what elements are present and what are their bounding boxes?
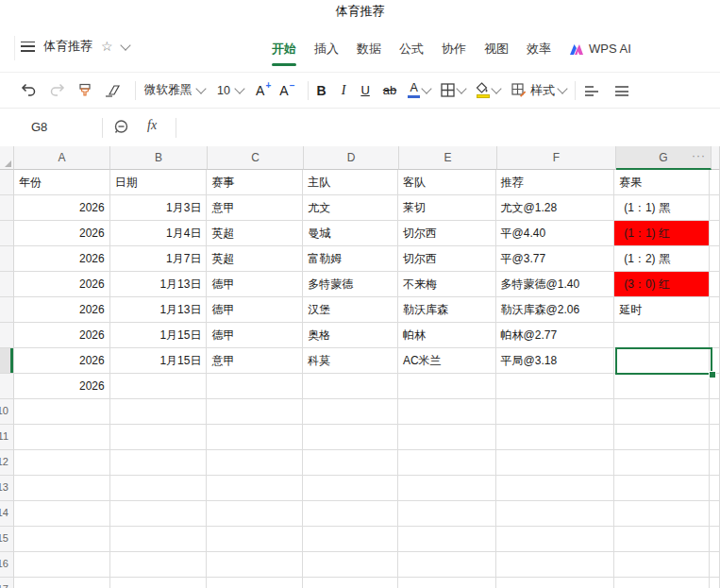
cell-C13[interactable] [207,476,303,501]
cell-C2[interactable]: 意甲 [207,195,303,221]
cell-B14[interactable] [110,501,208,527]
cell-E13[interactable] [398,476,496,501]
cell-B7[interactable]: 1月15日 [110,323,208,348]
cell-F6[interactable]: 勒沃库森@2.06 [496,297,615,323]
cell-E11[interactable] [398,425,496,450]
cell-E5[interactable]: 不来梅 [398,272,496,297]
cell-A9[interactable]: 2026 [14,374,110,399]
cell-partial-15[interactable] [710,527,720,552]
column-header-E[interactable]: E [399,146,497,170]
select-all-corner[interactable] [0,146,14,170]
cell-B1[interactable]: 日期 [110,170,208,195]
cell-E12[interactable] [398,450,496,476]
cell-B17[interactable] [110,578,208,588]
cell-F7[interactable]: 帕林@2.77 [496,323,615,348]
cell-partial-4[interactable] [710,246,720,272]
cell-partial-8[interactable] [710,348,720,374]
cell-D13[interactable] [303,476,398,501]
font-color-button[interactable]: A [408,82,420,98]
cell-C4[interactable]: 英超 [207,246,303,272]
row-header-14[interactable]: 14 [0,501,14,527]
cell-G10[interactable] [614,399,710,425]
cell-A6[interactable]: 2026 [14,297,110,323]
cell-D5[interactable]: 多特蒙德 [303,272,398,297]
cell-D16[interactable] [303,552,398,578]
tab-insert[interactable]: 插入 [314,41,339,58]
cell-A7[interactable]: 2026 [14,323,110,348]
more-columns-icon[interactable]: ··· [692,149,706,162]
cell-C3[interactable]: 英超 [207,221,303,246]
cell-C9[interactable] [207,374,303,399]
cell-partial-5[interactable] [710,272,720,297]
cell-G6[interactable]: 延时 [614,297,710,323]
cell-name-box[interactable]: G8 [31,120,47,134]
tab-efficiency[interactable]: 效率 [527,41,551,58]
redo-button[interactable] [49,83,65,97]
cell-G4[interactable]: (1：2) 黑 [614,246,710,272]
row-header-12[interactable]: 12 [0,450,14,476]
strikethrough-button[interactable]: ab [383,83,396,97]
cell-F11[interactable] [496,425,615,450]
cell-E2[interactable]: 莱切 [398,195,496,221]
cell-A11[interactable] [14,425,110,450]
cell-A10[interactable] [14,399,110,425]
cell-G2[interactable]: (1：1) 黑 [614,195,710,221]
cell-B3[interactable]: 1月4日 [110,221,208,246]
insert-function-icon[interactable]: fx [147,118,157,133]
cell-B12[interactable] [110,450,208,476]
format-painter-icon[interactable] [77,83,92,98]
cell-D14[interactable] [303,501,398,527]
cell-E14[interactable] [398,501,496,527]
cell-partial-2[interactable] [710,195,720,221]
cell-A3[interactable]: 2026 [14,221,110,246]
formula-input[interactable] [185,109,720,146]
cell-E15[interactable] [398,527,496,552]
tab-home[interactable]: 开始 [272,41,296,58]
cell-A8[interactable]: 2026 [14,348,110,374]
cell-style-button[interactable]: 样式 [511,82,566,99]
cell-B11[interactable] [110,425,208,450]
cell-B16[interactable] [110,552,208,578]
row-header-5[interactable] [0,272,14,297]
cell-G9[interactable] [614,374,710,399]
cell-A13[interactable] [14,476,110,501]
cell-D12[interactable] [303,450,398,476]
cell-A1[interactable]: 年份 [14,170,110,195]
row-header-2[interactable] [0,195,14,221]
cell-G11[interactable] [614,425,710,450]
favorite-star-icon[interactable]: ☆ [101,40,113,53]
cell-F17[interactable] [496,578,615,588]
cell-partial-13[interactable] [710,476,720,501]
cell-D7[interactable]: 奥格 [303,323,398,348]
cell-G16[interactable] [614,552,710,578]
cell-F4[interactable]: 平@3.77 [496,246,615,272]
cell-partial-10[interactable] [710,399,720,425]
increase-font-size-button[interactable]: A+ [256,83,271,98]
cell-G15[interactable] [614,527,710,552]
cell-partial-16[interactable] [710,552,720,578]
cell-C12[interactable] [207,450,303,476]
tab-wps-ai[interactable]: WPS AI [569,42,631,56]
cell-A14[interactable] [14,501,110,527]
cell-F3[interactable]: 平@4.40 [496,221,615,246]
borders-dropdown-icon[interactable] [457,83,467,93]
cell-B2[interactable]: 1月3日 [110,195,208,221]
cell-G14[interactable] [614,501,710,527]
undo-button[interactable] [21,83,37,97]
underline-button[interactable]: U [360,83,369,97]
row-header-9[interactable] [0,374,14,399]
cell-E9[interactable] [398,374,496,399]
cell-A4[interactable]: 2026 [14,246,110,272]
row-header-17[interactable]: 17 [0,578,14,588]
tab-data[interactable]: 数据 [357,41,381,58]
cell-G13[interactable] [614,476,710,501]
cell-F15[interactable] [496,527,615,552]
cell-E3[interactable]: 切尔西 [398,221,496,246]
cell-F16[interactable] [496,552,615,578]
cell-A5[interactable]: 2026 [14,272,110,297]
cell-F5[interactable]: 多特蒙德@1.40 [496,272,615,297]
cell-D9[interactable] [303,374,398,399]
cell-C7[interactable]: 德甲 [207,323,303,348]
cell-D4[interactable]: 富勒姆 [303,246,398,272]
italic-button[interactable]: I [342,83,346,98]
